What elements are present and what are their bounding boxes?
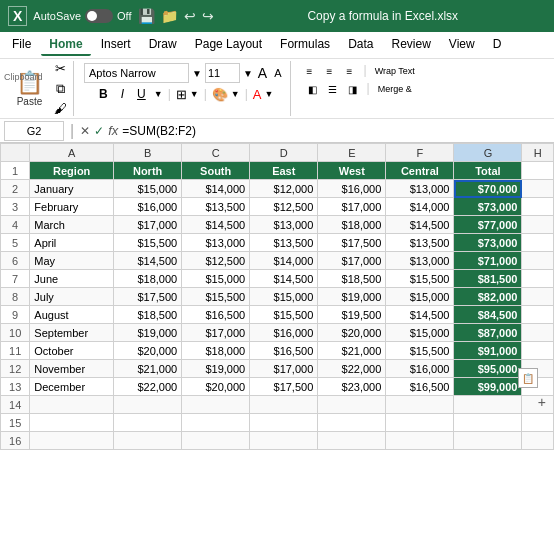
- table-cell[interactable]: [386, 396, 454, 414]
- table-cell[interactable]: $18,500: [114, 306, 182, 324]
- table-cell-empty[interactable]: [522, 288, 554, 306]
- table-cell[interactable]: August: [30, 306, 114, 324]
- table-cell-empty[interactable]: [522, 198, 554, 216]
- table-cell[interactable]: $15,000: [182, 270, 250, 288]
- table-cell[interactable]: $19,000: [114, 324, 182, 342]
- table-cell[interactable]: $15,500: [182, 288, 250, 306]
- align-left-icon[interactable]: ◧: [304, 81, 322, 97]
- confirm-formula-icon[interactable]: ✓: [94, 124, 104, 138]
- table-cell[interactable]: $17,500: [114, 288, 182, 306]
- table-cell[interactable]: $70,000: [454, 180, 522, 198]
- table-cell-empty[interactable]: [522, 306, 554, 324]
- table-cell[interactable]: [250, 396, 318, 414]
- table-cell[interactable]: [318, 396, 386, 414]
- table-cell[interactable]: May: [30, 252, 114, 270]
- menu-view[interactable]: View: [441, 34, 483, 56]
- table-cell[interactable]: $77,000: [454, 216, 522, 234]
- table-cell[interactable]: $17,000: [114, 216, 182, 234]
- col-header-g[interactable]: G: [454, 144, 522, 162]
- table-cell[interactable]: $13,000: [386, 252, 454, 270]
- col-header-b[interactable]: B: [114, 144, 182, 162]
- table-cell[interactable]: March: [30, 216, 114, 234]
- menu-page-layout[interactable]: Page Layout: [187, 34, 270, 56]
- table-cell[interactable]: South: [182, 162, 250, 180]
- table-cell[interactable]: [318, 414, 386, 432]
- table-cell[interactable]: $15,000: [114, 180, 182, 198]
- table-cell[interactable]: [250, 432, 318, 450]
- table-cell[interactable]: $21,000: [318, 342, 386, 360]
- table-cell[interactable]: $20,000: [114, 342, 182, 360]
- table-cell[interactable]: $16,000: [114, 198, 182, 216]
- table-cell[interactable]: Central: [386, 162, 454, 180]
- menu-data[interactable]: Data: [340, 34, 381, 56]
- table-cell[interactable]: $15,500: [386, 270, 454, 288]
- table-cell[interactable]: [250, 414, 318, 432]
- align-center-icon[interactable]: ☰: [324, 81, 342, 97]
- table-cell[interactable]: $12,500: [182, 252, 250, 270]
- table-cell[interactable]: $13,000: [386, 180, 454, 198]
- table-cell[interactable]: June: [30, 270, 114, 288]
- merge-icon[interactable]: Merge &: [375, 81, 415, 97]
- table-cell[interactable]: $84,500: [454, 306, 522, 324]
- table-cell-empty[interactable]: [522, 180, 554, 198]
- table-cell[interactable]: $15,500: [250, 306, 318, 324]
- table-cell[interactable]: $19,500: [318, 306, 386, 324]
- table-cell-empty[interactable]: [522, 216, 554, 234]
- formula-input[interactable]: [122, 124, 550, 138]
- menu-draw[interactable]: Draw: [141, 34, 185, 56]
- table-cell[interactable]: January: [30, 180, 114, 198]
- table-cell[interactable]: November: [30, 360, 114, 378]
- save-icon[interactable]: 💾: [138, 8, 155, 24]
- table-cell[interactable]: $13,500: [386, 234, 454, 252]
- table-cell[interactable]: September: [30, 324, 114, 342]
- table-cell-empty[interactable]: [522, 162, 554, 180]
- menu-file[interactable]: File: [4, 34, 39, 56]
- table-cell[interactable]: October: [30, 342, 114, 360]
- table-cell[interactable]: Total: [454, 162, 522, 180]
- font-name-input[interactable]: [84, 63, 189, 83]
- table-cell[interactable]: $16,500: [182, 306, 250, 324]
- table-cell[interactable]: [182, 414, 250, 432]
- table-cell[interactable]: $14,500: [182, 216, 250, 234]
- table-cell[interactable]: $17,500: [250, 378, 318, 396]
- table-cell-empty[interactable]: [522, 342, 554, 360]
- table-cell[interactable]: $14,500: [250, 270, 318, 288]
- table-cell[interactable]: $16,500: [250, 342, 318, 360]
- table-cell-empty[interactable]: [522, 270, 554, 288]
- table-cell-empty[interactable]: [522, 324, 554, 342]
- table-cell[interactable]: $18,500: [318, 270, 386, 288]
- align-top-center-icon[interactable]: ≡: [321, 63, 339, 79]
- table-cell[interactable]: $14,500: [386, 216, 454, 234]
- table-cell[interactable]: $19,000: [182, 360, 250, 378]
- table-cell[interactable]: $71,000: [454, 252, 522, 270]
- borders-dropdown[interactable]: ▼: [190, 89, 199, 99]
- table-cell[interactable]: [114, 414, 182, 432]
- table-cell[interactable]: $12,500: [250, 198, 318, 216]
- table-cell[interactable]: West: [318, 162, 386, 180]
- undo-icon[interactable]: ↩: [184, 8, 196, 24]
- increase-font-icon[interactable]: A: [256, 65, 269, 81]
- table-cell[interactable]: $15,000: [250, 288, 318, 306]
- cut-icon[interactable]: ✂: [51, 60, 69, 78]
- menu-more[interactable]: D: [485, 34, 510, 56]
- table-cell[interactable]: Region: [30, 162, 114, 180]
- table-cell[interactable]: $81,500: [454, 270, 522, 288]
- table-cell[interactable]: February: [30, 198, 114, 216]
- table-cell[interactable]: $13,500: [250, 234, 318, 252]
- redo-icon[interactable]: ↪: [202, 8, 214, 24]
- menu-home[interactable]: Home: [41, 34, 90, 56]
- underline-button[interactable]: U: [132, 85, 151, 103]
- table-cell[interactable]: $15,500: [386, 342, 454, 360]
- table-cell[interactable]: $18,000: [318, 216, 386, 234]
- table-cell[interactable]: [182, 432, 250, 450]
- cancel-formula-icon[interactable]: ✕: [80, 124, 90, 138]
- table-cell[interactable]: [454, 432, 522, 450]
- col-header-d[interactable]: D: [250, 144, 318, 162]
- table-cell[interactable]: $14,000: [250, 252, 318, 270]
- table-cell[interactable]: $17,000: [182, 324, 250, 342]
- fill-dropdown[interactable]: ▼: [231, 89, 240, 99]
- font-color-icon[interactable]: A: [253, 87, 262, 102]
- align-right-icon[interactable]: ◨: [344, 81, 362, 97]
- table-cell[interactable]: $17,000: [318, 252, 386, 270]
- paste-options-icon[interactable]: 📋: [518, 368, 538, 388]
